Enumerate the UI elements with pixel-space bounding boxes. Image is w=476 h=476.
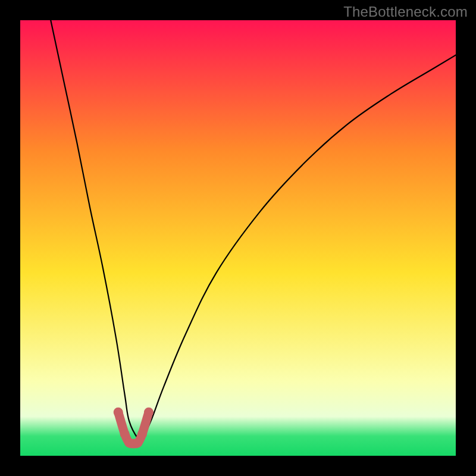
gradient-background (20, 20, 456, 456)
outer-frame: TheBottleneck.com (0, 0, 476, 476)
watermark-text: TheBottleneck.com (343, 4, 468, 20)
highlight-dot (120, 429, 130, 439)
highlight-dot (144, 408, 154, 417)
highlight-dot (137, 429, 147, 439)
plot-area (20, 20, 456, 456)
highlight-dot (133, 438, 143, 447)
highlight-dot (114, 408, 123, 417)
chart-svg (20, 20, 456, 456)
